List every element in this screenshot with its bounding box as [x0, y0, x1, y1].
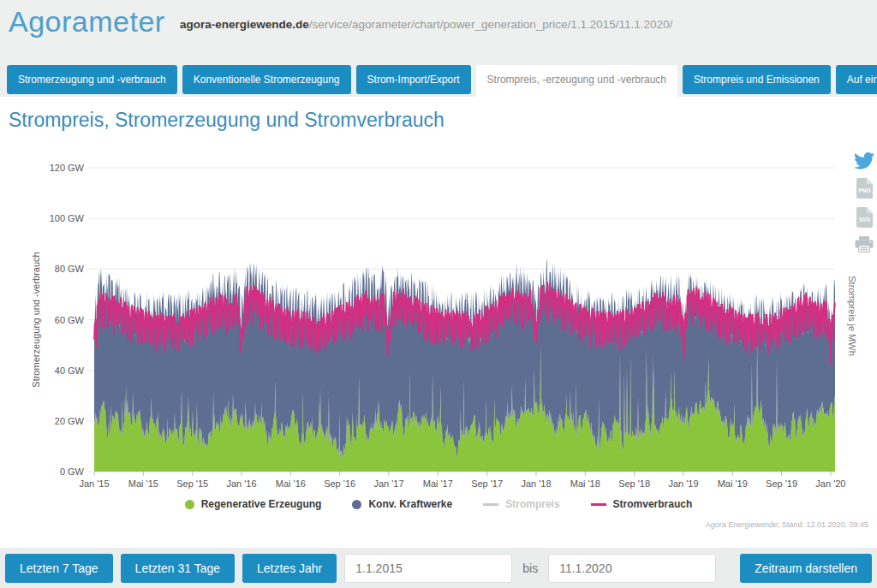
- svg-text:Sep '19: Sep '19: [766, 478, 797, 489]
- last-31-days-button[interactable]: Letzten 31 Tage: [121, 554, 235, 583]
- legend-label: Stromverbrauch: [613, 498, 693, 510]
- header: Agorameter agora-energiewende.de/service…: [0, 0, 877, 97]
- tab-bar: Stromerzeugung und -verbrauch Konvention…: [7, 65, 877, 97]
- legend-label: Regenerative Erzeugung: [201, 498, 322, 510]
- svg-text:Jan '18: Jan '18: [521, 478, 551, 489]
- date-from-input[interactable]: [344, 554, 512, 583]
- legend-label: Konv. Kraftwerke: [368, 498, 452, 510]
- svg-text:Jan '15: Jan '15: [79, 478, 109, 489]
- svg-text:Sep '17: Sep '17: [471, 478, 503, 489]
- legend-swatch-blue-dot: [352, 500, 361, 509]
- chart-legend: Regenerative Erzeugung Konv. Kraftwerke …: [0, 498, 877, 510]
- bis-label: bis: [520, 561, 540, 575]
- page-title: Strompreis, Stromerzeugung und Stromverb…: [9, 109, 877, 132]
- svg-text:Sep '18: Sep '18: [618, 478, 650, 489]
- svg-text:Mai '18: Mai '18: [570, 478, 600, 489]
- tab-strom-import-export[interactable]: Strom-Import/Export: [356, 65, 471, 94]
- chart-attribution: Agora Energiewende; Stand: 12.01.2020, 0…: [0, 520, 868, 529]
- svg-text:Stromerzeugung und -verbrauch: Stromerzeugung und -verbrauch: [31, 252, 41, 387]
- export-png-icon[interactable]: PNG: [856, 178, 873, 199]
- legend-swatch-pink-line: [591, 503, 606, 506]
- svg-text:Sep '15: Sep '15: [176, 478, 208, 489]
- svg-text:Strompreis je MWh: Strompreis je MWh: [847, 276, 857, 356]
- legend-item-regenerative-erzeugung[interactable]: Regenerative Erzeugung: [185, 498, 322, 510]
- svg-text:120 GW: 120 GW: [50, 163, 85, 173]
- svg-text:Mai '19: Mai '19: [718, 478, 748, 489]
- app-title: Agorameter: [9, 5, 165, 39]
- url-path: /service/agorameter/chart/power_generati…: [309, 18, 673, 31]
- tab-auf-einen-blick[interactable]: Auf einen Blick: [836, 65, 877, 94]
- date-to-input[interactable]: [548, 554, 716, 583]
- svg-icon-label: SVG: [858, 217, 870, 223]
- svg-text:Jan '20: Jan '20: [815, 478, 845, 489]
- svg-text:60 GW: 60 GW: [55, 315, 85, 325]
- legend-item-konv-kraftwerke[interactable]: Konv. Kraftwerke: [352, 498, 452, 510]
- svg-text:Sep '16: Sep '16: [324, 478, 355, 489]
- print-icon[interactable]: [855, 236, 874, 252]
- svg-text:Mai '17: Mai '17: [423, 478, 453, 489]
- show-range-button[interactable]: Zeitraum darstellen: [740, 554, 872, 583]
- legend-swatch-gray-line: [483, 503, 498, 506]
- svg-text:Mai '16: Mai '16: [276, 478, 306, 489]
- svg-text:Jan '17: Jan '17: [373, 478, 403, 489]
- png-icon-label: PNG: [858, 187, 870, 193]
- last-7-days-button[interactable]: Letzten 7 Tage: [5, 554, 113, 583]
- legend-item-strompreis[interactable]: Strompreis: [483, 498, 559, 510]
- svg-text:Jan '16: Jan '16: [226, 478, 256, 489]
- svg-text:0 GW: 0 GW: [60, 466, 85, 477]
- svg-text:Jan '19: Jan '19: [668, 478, 698, 489]
- tab-konventionelle-stromerzeugung[interactable]: Konventionelle Stromerzeugung: [182, 65, 351, 94]
- svg-text:20 GW: 20 GW: [55, 416, 85, 426]
- tab-strompreis-erzeugung-verbrauch[interactable]: Strompreis, -erzeugung und -verbrauch: [476, 65, 677, 97]
- tab-strompreis-emissionen[interactable]: Strompreis und Emissionen: [683, 65, 831, 94]
- export-icon-column: PNG SVG: [854, 152, 874, 252]
- tab-stromerzeugung-verbrauch[interactable]: Stromerzeugung und -verbrauch: [7, 65, 177, 94]
- svg-text:100 GW: 100 GW: [50, 213, 85, 223]
- legend-label: Strompreis: [505, 498, 559, 510]
- chart-canvas[interactable]: 0 GW20 GW40 GW60 GW80 GW100 GW120 GWJan …: [0, 147, 877, 491]
- svg-text:Mai '15: Mai '15: [128, 478, 158, 489]
- svg-text:80 GW: 80 GW: [55, 264, 85, 274]
- breadcrumb-url: agora-energiewende.de/service/agorameter…: [180, 18, 672, 31]
- svg-text:40 GW: 40 GW: [55, 365, 85, 376]
- last-year-button[interactable]: Letztes Jahr: [242, 554, 337, 583]
- date-range-toolbar: Letzten 7 Tage Letzten 31 Tage Letztes J…: [0, 548, 877, 588]
- export-svg-icon[interactable]: SVG: [856, 207, 873, 228]
- url-domain: agora-energiewende.de: [180, 18, 309, 31]
- twitter-share-icon[interactable]: [854, 152, 874, 169]
- legend-item-stromverbrauch[interactable]: Stromverbrauch: [591, 498, 693, 510]
- legend-swatch-green-dot: [185, 500, 194, 509]
